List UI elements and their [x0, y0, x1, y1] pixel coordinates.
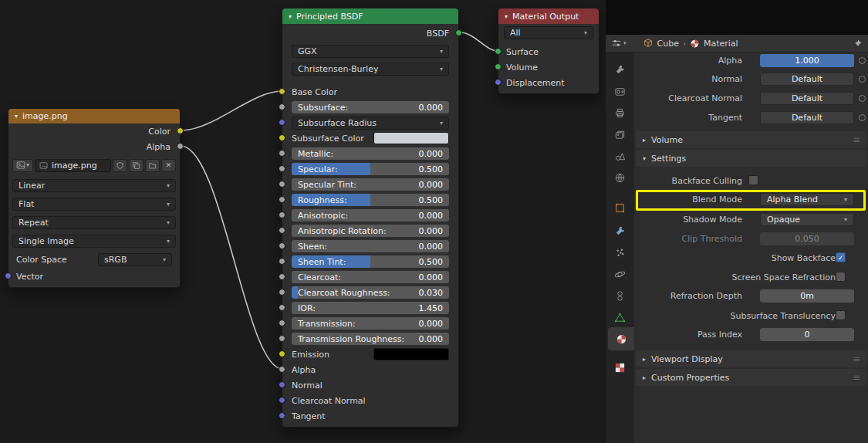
screen-space-refraction-checkbox[interactable]	[836, 272, 846, 282]
ior-field[interactable]: IOR: 1.450	[292, 302, 449, 314]
subsurface-method-dropdown[interactable]: Christensen-Burley▾	[292, 63, 449, 76]
tab-object-data[interactable]	[606, 306, 634, 328]
tab-constraints[interactable]	[606, 285, 634, 306]
anisotropic-slider[interactable]: Anisotropic: 0.000	[292, 209, 449, 222]
section-volume[interactable]: ▸ Volume ≡	[636, 131, 866, 148]
sheen-tint-socket-icon[interactable]	[279, 258, 285, 265]
shadow-mode-dropdown[interactable]: Opaque▾	[760, 213, 854, 226]
tab-object[interactable]	[606, 197, 634, 218]
subsurface-color-socket-icon[interactable]	[279, 134, 285, 141]
clearcoat-roughness-slider[interactable]: Clearcoat Roughness: 0.030	[292, 286, 449, 299]
specular-socket-icon[interactable]	[279, 165, 285, 172]
alpha-slider[interactable]: 1.000	[760, 54, 854, 67]
section-viewport-display[interactable]: ▸ Viewport Display ≡	[636, 350, 866, 367]
tab-material[interactable]	[608, 327, 634, 350]
collapse-icon[interactable]: ▾	[15, 113, 18, 120]
section-custom-properties[interactable]: ▸ Custom Properties ≡	[636, 369, 866, 386]
alpha-output-socket-icon[interactable]	[177, 143, 184, 150]
cube-object-icon[interactable]	[643, 38, 654, 49]
tab-world[interactable]	[606, 167, 634, 188]
breadcrumb-object[interactable]: Cube	[657, 39, 679, 49]
target-dropdown[interactable]: All▾	[504, 26, 593, 39]
collapse-icon[interactable]: ▾	[289, 13, 292, 20]
color-space-dropdown[interactable]: sRGB▾	[98, 253, 172, 266]
interpolation-dropdown[interactable]: Linear▾	[12, 179, 176, 192]
distribution-dropdown[interactable]: GGX▾	[292, 45, 449, 58]
tab-view-layer[interactable]	[606, 123, 634, 145]
subsurface-slider[interactable]: Subsurface: 0.000	[292, 101, 449, 113]
emission-socket-icon[interactable]	[279, 350, 285, 357]
tab-texture[interactable]	[606, 357, 634, 378]
breadcrumb-material[interactable]: Material	[704, 39, 738, 49]
pass-index-field[interactable]: 0	[760, 328, 854, 341]
source-dropdown[interactable]: Single Image▾	[12, 235, 176, 248]
vector-input-socket-icon[interactable]	[5, 272, 12, 279]
sheen-tint-slider[interactable]: Sheen Tint: 0.500	[292, 255, 449, 268]
tangent-socket-icon[interactable]	[279, 412, 285, 419]
collapse-icon[interactable]: ▾	[505, 13, 508, 20]
tab-scene[interactable]	[606, 145, 634, 167]
clearcoat-roughness-socket-icon[interactable]	[279, 289, 285, 296]
transmission-socket-icon[interactable]	[279, 320, 285, 326]
image-texture-node[interactable]: ▾ image.png Color Alpha ▾ image.png	[8, 108, 181, 288]
specular-tint-slider[interactable]: Specular Tint: 0.000	[292, 178, 449, 191]
subsurface-radius-socket-icon[interactable]	[279, 119, 285, 126]
displacement-socket-icon[interactable]	[495, 79, 502, 86]
output-node-header[interactable]: ▾ Material Output	[498, 8, 599, 24]
animate-decorator-icon[interactable]	[859, 95, 866, 102]
clearcoat-normal-dropdown[interactable]: Default	[760, 92, 854, 105]
principled-bsdf-node[interactable]: ▾ Principled BSDF BSDF GGX▾ Christensen-…	[282, 8, 459, 428]
pin-button[interactable]	[853, 39, 863, 49]
specular-slider[interactable]: Specular: 0.500	[292, 163, 449, 175]
transmission-roughness-socket-icon[interactable]	[279, 335, 285, 342]
color-output-socket-icon[interactable]	[177, 127, 184, 134]
base-color-socket-icon[interactable]	[279, 88, 285, 95]
tab-modifiers[interactable]	[606, 220, 634, 242]
panel-grip-icon[interactable]: ≡	[853, 353, 860, 364]
tab-output[interactable]	[606, 102, 634, 123]
unlink-image-button[interactable]: ✕	[161, 159, 176, 172]
material-sphere-icon[interactable]	[690, 39, 700, 49]
fake-user-button[interactable]	[113, 159, 127, 172]
roughness-slider[interactable]: Roughness: 0.500	[292, 194, 449, 206]
animate-decorator-icon[interactable]	[859, 114, 866, 121]
material-output-node[interactable]: ▾ Material Output All▾ Surface Volume Di…	[498, 8, 599, 94]
volume-socket-icon[interactable]	[495, 63, 502, 70]
anisotropic-rotation-slider[interactable]: Anisotropic Rotation: 0.000	[292, 225, 449, 237]
editor-type-button[interactable]: ▾	[611, 38, 627, 49]
sheen-slider[interactable]: Sheen: 0.000	[292, 240, 449, 252]
browse-image-button[interactable]: ▾	[12, 159, 33, 172]
bsdf-output-socket-icon[interactable]	[455, 29, 462, 36]
tab-particles[interactable]	[606, 242, 634, 263]
anisotropic-socket-icon[interactable]	[279, 211, 285, 218]
clearcoat-slider[interactable]: Clearcoat: 0.000	[292, 271, 449, 283]
surface-socket-icon[interactable]	[495, 48, 502, 55]
show-backface-checkbox[interactable]: ✓	[836, 252, 846, 262]
anisotropic-rotation-socket-icon[interactable]	[279, 227, 285, 234]
clearcoat-normal-socket-icon[interactable]	[279, 397, 285, 404]
section-settings[interactable]: ▾ Settings	[636, 150, 866, 167]
blend-mode-dropdown[interactable]: Alpha Blend▾	[760, 193, 854, 206]
image-node-header[interactable]: ▾ image.png	[8, 109, 180, 123]
metallic-slider[interactable]: Metallic: 0.000	[292, 147, 449, 160]
open-image-button[interactable]	[145, 159, 160, 172]
panel-grip-icon[interactable]: ≡	[853, 134, 860, 145]
specular-tint-socket-icon[interactable]	[279, 181, 285, 188]
transmission-roughness-slider[interactable]: Transmission Roughness: 0.000	[292, 333, 449, 345]
refraction-depth-field[interactable]: 0m	[760, 289, 854, 303]
subsurface-translucency-checkbox[interactable]	[836, 310, 846, 320]
ior-socket-icon[interactable]	[279, 304, 285, 311]
tab-tool[interactable]	[606, 59, 634, 80]
animate-decorator-icon[interactable]	[859, 57, 866, 64]
transmission-slider[interactable]: Transmission: 0.000	[292, 317, 449, 330]
image-name-field[interactable]: image.png	[35, 159, 111, 172]
metallic-socket-icon[interactable]	[279, 150, 285, 157]
subsurface-radius-dropdown[interactable]: Subsurface Radius▾	[292, 117, 449, 130]
projection-dropdown[interactable]: Flat▾	[12, 198, 176, 211]
clearcoat-socket-icon[interactable]	[279, 273, 285, 280]
panel-grip-icon[interactable]: ≡	[853, 372, 860, 383]
normal-dropdown[interactable]: Default	[760, 73, 854, 86]
backface-culling-checkbox[interactable]	[748, 175, 758, 185]
animate-decorator-icon[interactable]	[859, 76, 866, 83]
new-image-button[interactable]	[129, 159, 144, 172]
